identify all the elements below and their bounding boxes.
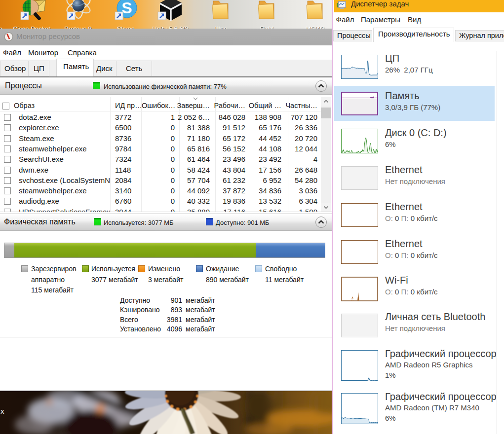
- svg-text:о: о: [0, 25, 2, 29]
- svg-text:Unity 5.6.6f2: Unity 5.6.6f2: [153, 25, 189, 29]
- svg-text:Proteus 8: Proteus 8: [64, 25, 92, 29]
- svg-text:S: S: [121, 0, 132, 17]
- svg-text:x: x: [0, 407, 4, 415]
- svg-text:МСИС: МСИС: [306, 25, 325, 29]
- svg-text:Шос: Шос: [214, 25, 227, 29]
- svg-text:ПиМ: ПиМ: [260, 25, 273, 29]
- svg-text:Cisco Packet: Cisco Packet: [13, 25, 50, 29]
- svg-text:Skype: Skype: [117, 25, 135, 29]
